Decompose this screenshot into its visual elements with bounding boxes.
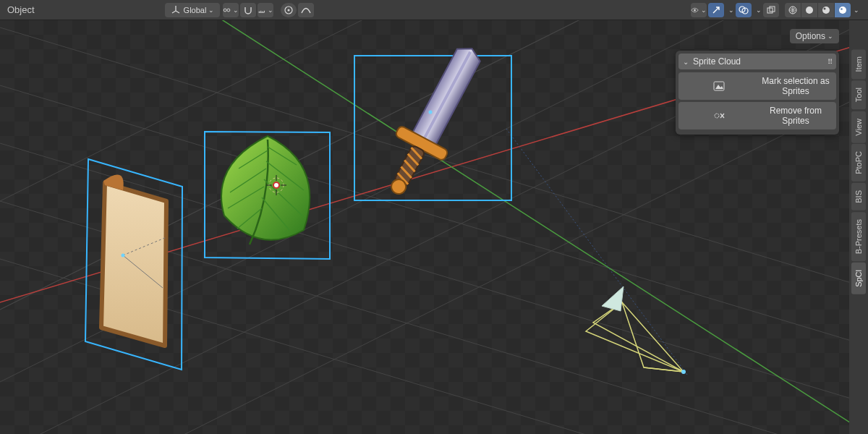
xray-toggle[interactable] <box>763 3 779 17</box>
svg-point-4 <box>694 9 696 11</box>
matprev-shading-button[interactable] <box>818 3 834 17</box>
svg-point-0 <box>224 9 227 12</box>
svg-point-41 <box>273 182 279 188</box>
tab-view[interactable]: View <box>851 111 866 143</box>
axes-icon <box>171 5 181 15</box>
increment-icon <box>258 5 265 15</box>
sprite-cloud-panel: ⌄ Sprite Cloud ⠿ Mark selection as Sprit… <box>676 51 839 135</box>
svg-point-53 <box>715 114 719 118</box>
pivot-point-dropdown[interactable]: ⌄ <box>223 3 239 17</box>
svg-point-11 <box>822 7 830 14</box>
mark-as-sprites-button[interactable]: Mark selection as Sprites <box>678 72 836 100</box>
remove-from-sprites-button[interactable]: Remove from Sprites <box>678 102 836 129</box>
proportional-toggle[interactable] <box>281 3 297 17</box>
panel-title: Sprite Cloud <box>693 56 827 67</box>
wireframe-icon <box>788 5 798 15</box>
orientation-label: Global <box>184 6 207 14</box>
viewport-options-dropdown[interactable]: Options ⌄ <box>790 29 839 43</box>
svg-point-34 <box>681 370 686 374</box>
wireframe-shading-button[interactable] <box>785 3 801 17</box>
tab-item[interactable]: Item <box>851 49 866 79</box>
svg-point-10 <box>806 7 813 14</box>
solid-shading-button[interactable] <box>801 3 817 17</box>
eye-icon <box>691 6 699 14</box>
overlays-icon <box>739 5 749 15</box>
magnet-icon <box>243 5 253 15</box>
proportional-falloff-dropdown[interactable] <box>298 3 314 17</box>
rendered-shading-button[interactable] <box>835 3 851 17</box>
viewport-header: Object Global ⌄ ⌄ ⌄ ⌄ ⌄ ⌄ ⌄ <box>0 0 868 20</box>
svg-point-13 <box>839 7 846 14</box>
overlays-toggle[interactable] <box>736 3 752 17</box>
svg-point-12 <box>824 7 826 9</box>
shading-dropdown[interactable]: ⌄ <box>851 3 859 17</box>
proportional-icon <box>284 5 294 15</box>
svg-point-3 <box>288 9 290 11</box>
origin-dot <box>429 111 433 114</box>
material-icon <box>821 5 831 15</box>
chevron-down-icon: ⌄ <box>701 7 707 14</box>
chevron-down-icon: ⌄ <box>756 7 762 14</box>
n-panel-tabs: Item Tool View PtoPC BIS B-Presets SpCl <box>849 20 868 434</box>
snap-options-dropdown[interactable]: ⌄ <box>258 3 273 17</box>
chevron-down-icon: ⌄ <box>854 7 859 14</box>
solid-icon <box>804 5 814 15</box>
chevron-down-icon: ⌄ <box>268 7 273 14</box>
interaction-mode-label[interactable]: Object <box>7 4 35 15</box>
svg-point-38 <box>122 254 125 258</box>
remove-icon <box>684 110 754 122</box>
snap-toggle[interactable] <box>240 3 256 17</box>
chevron-down-icon: ⌄ <box>827 33 833 40</box>
svg-point-14 <box>841 8 843 10</box>
tab-spcl[interactable]: SpCl <box>851 263 866 294</box>
shading-mode-group <box>785 3 851 17</box>
tab-ptopc[interactable]: PtoPC <box>851 144 866 182</box>
xray-icon <box>766 5 776 15</box>
panel-header[interactable]: ⌄ Sprite Cloud ⠿ <box>678 54 836 69</box>
gizmo-toggle[interactable] <box>708 3 724 17</box>
chevron-down-icon: ⌄ <box>683 58 689 66</box>
button-label: Mark selection as Sprites <box>761 76 830 96</box>
chevron-down-icon: ⌄ <box>208 7 214 14</box>
button-label: Remove from Sprites <box>761 106 830 126</box>
options-label: Options <box>796 31 825 41</box>
chevron-down-icon: ⌄ <box>728 7 734 14</box>
gizmo-dropdown[interactable]: ⌄ <box>726 3 734 17</box>
tab-tool[interactable]: Tool <box>851 80 866 109</box>
transform-orientation-dropdown[interactable]: Global ⌄ <box>165 3 221 17</box>
drag-handle-icon[interactable]: ⠿ <box>827 58 832 66</box>
overlays-dropdown[interactable]: ⌄ <box>753 3 762 17</box>
pivot-icon <box>223 5 231 15</box>
svg-point-1 <box>227 9 230 12</box>
tab-bis[interactable]: BIS <box>851 183 866 210</box>
rendered-icon <box>838 5 848 15</box>
chevron-down-icon: ⌄ <box>233 7 239 14</box>
svg-marker-52 <box>715 85 723 89</box>
tab-bpresets[interactable]: B-Presets <box>851 212 866 261</box>
mark-icon <box>684 80 754 92</box>
falloff-icon <box>301 7 311 14</box>
arrow-icon <box>711 5 721 15</box>
visibility-dropdown[interactable]: ⌄ <box>691 3 707 17</box>
